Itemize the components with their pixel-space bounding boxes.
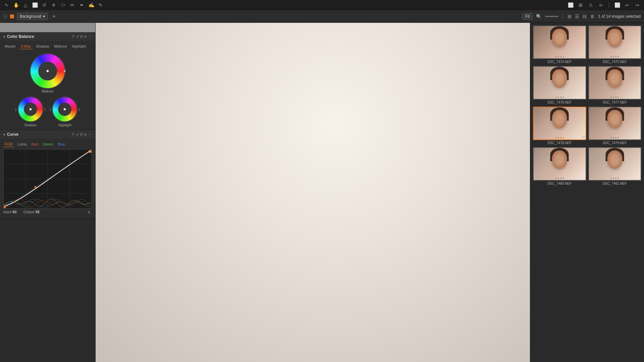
color-wheels-container: Midtone ) ( — [3, 53, 92, 127]
thumb-image-1[interactable] — [533, 25, 586, 59]
thumb-inner-5 — [534, 107, 586, 139]
fit-button[interactable]: Fit — [522, 13, 533, 20]
curve-canvas[interactable] — [3, 149, 92, 208]
thumb-dot — [560, 56, 561, 57]
thumb-face-1 — [552, 29, 567, 47]
undo-icon[interactable]: ↩ — [624, 2, 631, 8]
curve-title: Curve — [7, 132, 70, 137]
grid-icon[interactable]: ⊞ — [577, 2, 584, 8]
rotate-tool[interactable]: ↺ — [41, 2, 48, 8]
midtone-wheel-main[interactable] — [29, 53, 66, 89]
curve-header[interactable]: ▾ Curve ? ⤢ ⎘ ≡ ⋯ — [0, 130, 95, 139]
thumb-image-4[interactable] — [588, 66, 642, 100]
list-view-icon[interactable]: ☰ — [574, 13, 580, 20]
color-balance-more-icon[interactable]: ≡ — [85, 35, 87, 39]
thumb-dot — [560, 178, 561, 179]
thumb-name-8: DSC_7481.NEF — [588, 181, 642, 186]
brush-tool[interactable]: ✒ — [78, 2, 85, 8]
thumb-image-7[interactable] — [533, 147, 586, 181]
zoom-slider[interactable] — [545, 16, 558, 17]
color-balance-copy-icon[interactable]: ⎘ — [80, 35, 83, 39]
thumb-dot — [562, 97, 564, 98]
thumb-dot — [615, 56, 616, 57]
right-panel: DSC_7474.NEF DSC_7475.NEF DSC_7476.NEF — [530, 23, 644, 362]
thumb-face-5 — [552, 110, 567, 128]
thumbnail-item-2[interactable]: DSC_7475.NEF — [588, 25, 642, 64]
color-balance-expand-icon[interactable]: ⤢ — [76, 35, 79, 39]
curve-expand-icon[interactable]: ⤢ — [76, 132, 79, 137]
thumb-dot — [562, 137, 564, 138]
color-balance-section: ▾ Color Balance ? ⤢ ⎘ ≡ ⋯ Master 3-Way S… — [0, 32, 95, 130]
shadow-wheel[interactable] — [17, 96, 44, 123]
color-balance-help-icon[interactable]: ? — [72, 35, 74, 39]
curve-tab-green[interactable]: Green — [42, 141, 55, 147]
hand-tool[interactable]: ✋ — [13, 2, 19, 8]
thumbnail-item-7[interactable]: DSC_7480.NEF — [533, 147, 586, 186]
curve-tab-rgb[interactable]: RGB — [3, 141, 14, 147]
curve-tab-luma[interactable]: Luma — [16, 141, 28, 147]
crosshair-tool[interactable]: ✛ — [50, 2, 57, 8]
thumb-face-4 — [607, 69, 622, 88]
curve-header-icons: ? ⤢ ⎘ ≡ ⋯ — [72, 132, 92, 137]
pen-tool[interactable]: ✏ — [69, 2, 76, 8]
thumb-dots-8 — [589, 178, 641, 179]
thumb-image-6[interactable] — [588, 107, 642, 140]
thumb-image-2[interactable] — [588, 25, 642, 59]
thumbnail-item-3[interactable]: DSC_7476.NEF — [533, 66, 586, 105]
ellipse-tool[interactable]: ⬭ — [60, 2, 66, 8]
tab-3way[interactable]: 3-Way — [19, 44, 33, 49]
rect-tool[interactable]: ⬜ — [32, 2, 38, 8]
curve-section: ▾ Curve ? ⤢ ⎘ ≡ ⋯ RGB Luma Red Green Blu… — [0, 130, 95, 219]
images-selected-label: 1 of 14 images selected — [598, 14, 641, 19]
display-icon[interactable]: ⬜ — [567, 2, 574, 8]
grid-view-icon[interactable]: ⊞ — [567, 13, 572, 20]
thumbnail-item-4[interactable]: DSC_7477.NEF — [588, 66, 642, 105]
thumb-name-5: DSC_7478.NEF — [533, 141, 586, 145]
thumb-dot — [613, 97, 614, 98]
triangle-tool[interactable]: △ — [22, 2, 29, 8]
curve-tab-blue[interactable]: Blue — [56, 141, 66, 147]
curve-tab-red[interactable]: Red — [30, 141, 39, 147]
thumbnail-item-6[interactable]: DSC_7479.NEF — [588, 107, 642, 145]
tab-shadow[interactable]: Shadow — [35, 44, 51, 49]
thumbnail-item-1[interactable]: DSC_7474.NEF — [533, 25, 586, 64]
thumb-dot — [560, 137, 561, 138]
thumb-image-3[interactable] — [533, 66, 586, 100]
pencil-tool[interactable]: ✍ — [88, 2, 95, 8]
color-balance-header[interactable]: ▾ Color Balance ? ⤢ ⎘ ≡ ⋯ — [0, 32, 95, 41]
thumb-inner-4 — [589, 67, 641, 99]
tab-midtone[interactable]: Midtone — [53, 44, 68, 49]
center-canvas[interactable] — [96, 23, 530, 362]
curve-menu-icon[interactable]: ⋯ — [88, 132, 92, 137]
window-icon[interactable]: ⬜ — [614, 2, 621, 8]
pause-icon[interactable]: ⏸ — [589, 13, 595, 20]
highlight-wheel[interactable] — [51, 96, 78, 123]
eraser-tool[interactable]: ✎ — [97, 2, 104, 8]
thumb-dot — [618, 137, 619, 138]
thumb-dot — [558, 56, 559, 57]
tab-highlight[interactable]: Highlight — [70, 44, 88, 49]
thumbnail-item-5[interactable]: ⊟ DSC_7478.NEF — [533, 107, 586, 145]
curve-picker-icon[interactable]: ✎ — [86, 210, 92, 216]
redo-icon[interactable]: ↪ — [634, 2, 641, 8]
curve-copy-icon[interactable]: ⎘ — [80, 132, 83, 137]
warning-icon[interactable]: ⚠ — [587, 2, 594, 8]
thumb-dot — [615, 178, 616, 179]
select-tool[interactable]: ↖ — [3, 2, 10, 8]
color-balance-menu-icon[interactable]: ⋯ — [88, 35, 92, 39]
layer-selector[interactable]: Background ▾ — [17, 13, 48, 20]
curve-help-icon[interactable]: ? — [72, 132, 74, 137]
thumb-dots-2 — [589, 56, 641, 57]
zoom-search-icon[interactable]: 🔍 — [535, 13, 542, 20]
infinity-icon[interactable]: ∞ — [597, 2, 604, 8]
add-layer-button[interactable]: + — [51, 13, 57, 20]
thumb-image-8[interactable] — [588, 147, 642, 181]
detail-view-icon[interactable]: ⊟ — [582, 13, 587, 20]
thumb-face-2 — [607, 29, 622, 47]
thumbnail-item-8[interactable]: DSC_7481.NEF — [588, 147, 642, 186]
thumb-image-5[interactable]: ⊟ — [533, 107, 586, 140]
app-logo — [3, 14, 7, 18]
curve-more-icon[interactable]: ≡ — [85, 132, 87, 137]
tab-master[interactable]: Master — [3, 44, 17, 49]
thumb-dot — [618, 97, 619, 98]
